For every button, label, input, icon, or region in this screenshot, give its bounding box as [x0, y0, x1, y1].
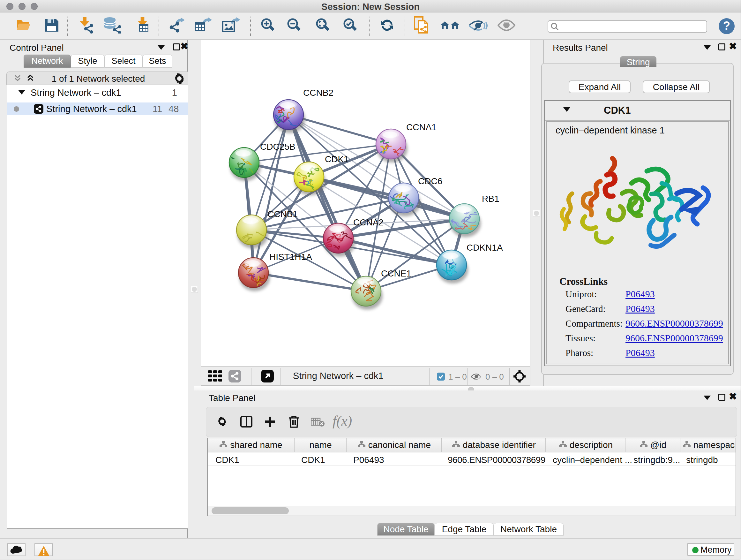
svg-text:CDKN1A: CDKN1A [467, 243, 503, 253]
svg-text:RB1: RB1 [482, 194, 499, 204]
svg-text:CCNA2: CCNA2 [353, 217, 384, 227]
svg-text:CDC6: CDC6 [418, 176, 442, 186]
svg-text:CCNE1: CCNE1 [381, 268, 411, 278]
svg-text:CDK1: CDK1 [325, 154, 349, 164]
svg-text:CDC25B: CDC25B [260, 142, 295, 152]
svg-text:CCNB2: CCNB2 [303, 88, 333, 98]
svg-text:CCNB1: CCNB1 [267, 209, 298, 219]
svg-text:HIST1H1A: HIST1H1A [269, 252, 312, 262]
svg-text:CCNA1: CCNA1 [406, 122, 436, 132]
